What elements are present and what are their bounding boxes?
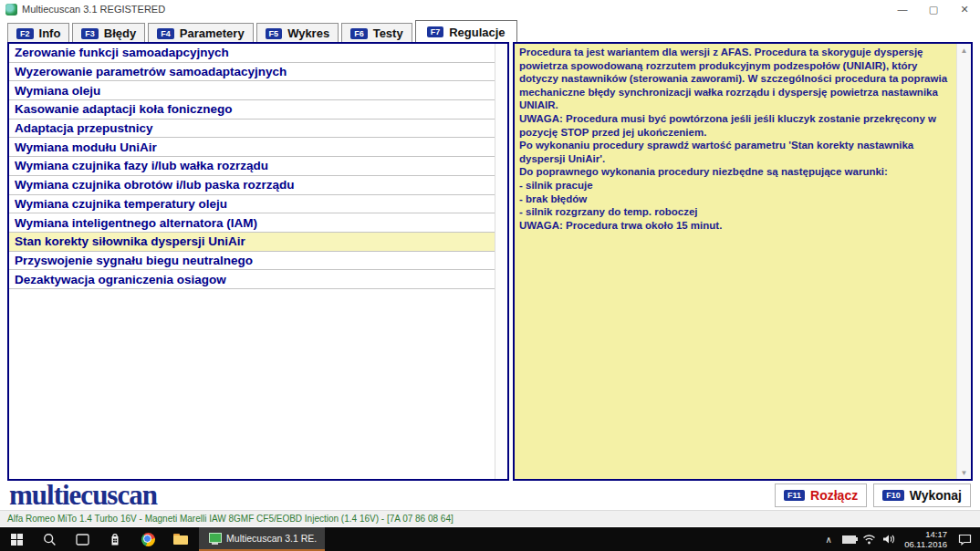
app-icon [5, 4, 17, 16]
execute-button[interactable]: F10 Wykonaj [873, 483, 971, 507]
store-icon [109, 533, 121, 546]
procedure-panel: Zerowanie funkcji samoadapcyjnychWyzerow… [7, 42, 509, 481]
procedure-row[interactable]: Wyzerowanie parametrów samoadaptacyjnych [9, 63, 495, 82]
fkey-badge: F11 [784, 490, 805, 501]
fkey-badge: F5 [266, 28, 283, 39]
chrome-button[interactable] [131, 527, 164, 551]
taskbar: Multiecuscan 3.1 RE... ∧ 14:17 [0, 527, 980, 551]
task-view-button[interactable] [66, 527, 99, 551]
description-text: Procedura ta jest wariantem dla wersji z… [515, 44, 957, 479]
description-panel: Procedura ta jest wariantem dla wersji z… [513, 42, 973, 481]
procedure-row[interactable]: Zerowanie funkcji samoadapcyjnych [9, 44, 495, 63]
taskbar-clock[interactable]: 14:17 06.11.2016 [899, 529, 954, 549]
tab-label: Błędy [104, 26, 136, 40]
tab-label: Info [39, 26, 61, 40]
scroll-up-icon[interactable]: ▲ [957, 44, 971, 57]
fkey-badge: F10 [882, 490, 904, 501]
multiecuscan-taskbar-icon [207, 533, 221, 545]
app-window: Multiecuscan 3.1 REGISTERED — ▢ ✕ F2Info… [0, 0, 980, 551]
description-line: - silnik pracuje [519, 179, 954, 192]
execute-label: Wykonaj [910, 488, 962, 503]
system-tray: ∧ 14:17 06.11.2016 [818, 527, 980, 551]
disconnect-label: Rozłącz [810, 488, 858, 503]
fkey-badge: F6 [350, 28, 368, 39]
description-scrollbar[interactable]: ▲ ▼ [956, 44, 971, 479]
description-line: Do poprawnego wykonania procedury niezbę… [519, 165, 954, 179]
procedure-row[interactable]: Wymiana inteligentnego alternatora (IAM) [9, 213, 495, 233]
search-button[interactable] [33, 527, 66, 551]
volume-icon[interactable] [879, 527, 899, 551]
tab-label: Parametery [180, 26, 245, 40]
multiecuscan-logo: multiecuscan [9, 483, 157, 508]
status-bar: Alfa Romeo MiTo 1.4 Turbo 16V - Magneti … [0, 510, 980, 526]
tab-regulacje[interactable]: F7Regulacje [415, 20, 517, 44]
title-bar: Multiecuscan 3.1 REGISTERED — ▢ ✕ [0, 0, 980, 18]
description-line: UWAGA: Procedura trwa około 15 minut. [519, 219, 954, 233]
tray-chevron-icon[interactable]: ∧ [818, 527, 839, 551]
procedure-row[interactable]: Wymiana modułu UniAir [9, 138, 495, 157]
maximize-button[interactable]: ▢ [918, 0, 949, 18]
close-button[interactable]: ✕ [949, 0, 980, 18]
disconnect-button[interactable]: F11 Rozłącz [775, 483, 867, 507]
clock-date: 06.11.2016 [904, 539, 947, 549]
fkey-badge: F4 [157, 28, 174, 39]
tab-info[interactable]: F2Info [7, 23, 69, 44]
procedure-row[interactable]: Wymiana czujnika fazy i/lub wałka rozrzą… [9, 157, 495, 176]
search-icon [43, 533, 57, 546]
scroll-down-icon[interactable]: ▼ [957, 466, 971, 479]
action-buttons: F11 Rozłącz F10 Wykonaj [775, 483, 971, 507]
battery-icon[interactable] [839, 527, 859, 551]
minimize-button[interactable]: — [887, 0, 918, 18]
procedure-list: Zerowanie funkcji samoadapcyjnychWyzerow… [9, 44, 495, 479]
wifi-icon[interactable] [859, 527, 879, 551]
file-explorer-button[interactable] [164, 527, 197, 551]
procedure-row[interactable]: Wymiana czujnika obrotów i/lub paska roz… [9, 176, 495, 195]
folder-icon [173, 534, 188, 545]
fkey-badge: F3 [81, 28, 99, 39]
description-line: Procedura ta jest wariantem dla wersji z… [519, 46, 954, 112]
fkey-badge: F7 [427, 26, 444, 37]
store-button[interactable] [99, 527, 131, 551]
description-line: UWAGA: Procedura musi być powtórzona jeś… [519, 112, 954, 139]
footer-row: multiecuscan F11 Rozłącz F10 Wykonaj [0, 481, 980, 509]
procedure-row[interactable]: Wymiana oleju [9, 81, 495, 100]
description-line: Po wykonaniu procedury sprawdź wartość p… [519, 139, 954, 165]
procedure-list-scrollbar[interactable] [495, 44, 507, 479]
procedure-row[interactable]: Kasowanie adaptacji koła fonicznego [9, 100, 495, 120]
tab-wykres[interactable]: F5Wykres [256, 23, 339, 44]
tab-parametery[interactable]: F4Parametery [148, 23, 253, 44]
clock-time: 14:17 [925, 529, 947, 539]
vehicle-status-text: Alfa Romeo MiTo 1.4 Turbo 16V - Magneti … [7, 514, 454, 524]
taskbar-app-label: Multiecuscan 3.1 RE... [226, 533, 317, 544]
chrome-icon [141, 533, 155, 546]
taskbar-app-multiecuscan[interactable]: Multiecuscan 3.1 RE... [199, 527, 325, 551]
tab-label: Wykres [287, 26, 329, 40]
fkey-badge: F2 [16, 28, 34, 39]
tab-label: Testy [373, 26, 403, 40]
task-view-icon [76, 534, 89, 546]
window-controls: — ▢ ✕ [887, 0, 980, 18]
description-line: - silnik rozgrzany do temp. roboczej [519, 205, 954, 219]
procedure-row[interactable]: Wymiana czujnika temperatury oleju [9, 195, 495, 214]
start-button[interactable] [0, 527, 33, 551]
tab-label: Regulacje [449, 26, 505, 39]
windows-logo-icon [11, 534, 23, 546]
tab-błędy[interactable]: F3Błędy [72, 23, 145, 44]
procedure-row[interactable]: Stan korekty siłownika dyspersji UniAir [9, 233, 495, 252]
window-title: Multiecuscan 3.1 REGISTERED [22, 4, 165, 15]
procedure-row[interactable]: Dezaktywacja ograniczenia osiagow [9, 270, 495, 289]
tab-bar: F2InfoF3BłędyF4ParameteryF5WykresF6Testy… [7, 20, 520, 44]
description-line: - brak błędów [519, 192, 954, 206]
procedure-row[interactable]: Adaptacja przepustnicy [9, 120, 495, 139]
action-center-button[interactable] [954, 527, 975, 551]
procedure-row[interactable]: Przyswojenie sygnału biegu neutralnego [9, 252, 495, 271]
tab-testy[interactable]: F6Testy [341, 23, 412, 44]
